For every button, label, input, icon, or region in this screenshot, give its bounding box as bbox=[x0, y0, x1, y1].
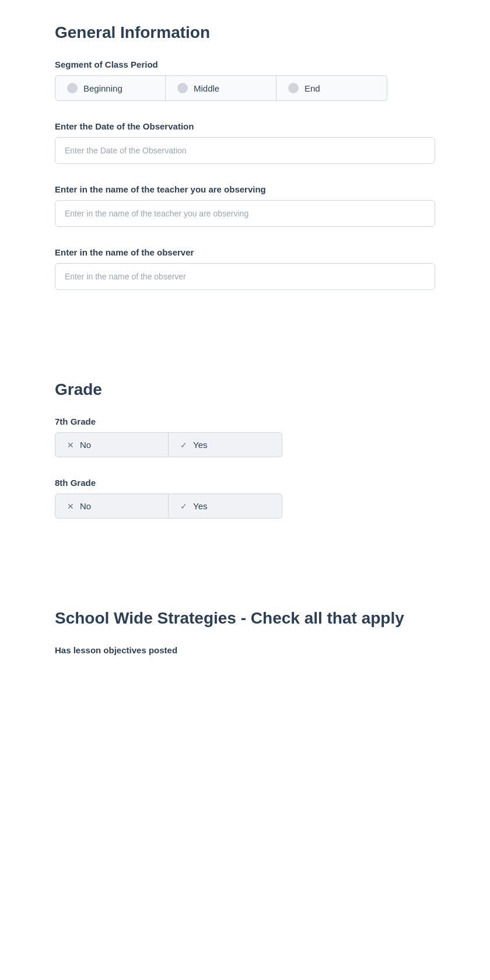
observer-label: Enter in the name of the observer bbox=[55, 247, 435, 257]
segment-radio-group: Beginning Middle End bbox=[55, 75, 435, 101]
general-info-title: General Information bbox=[55, 23, 435, 42]
lesson-objectives-label: Has lesson objectives posted bbox=[55, 645, 435, 655]
teacher-field-group: Enter in the name of the teacher you are… bbox=[55, 184, 435, 227]
grade-7th-yes-label: Yes bbox=[193, 440, 207, 450]
teacher-label: Enter in the name of the teacher you are… bbox=[55, 184, 435, 194]
yes-icon-7th: ✓ bbox=[180, 440, 187, 450]
grade-7th-yes[interactable]: ✓ Yes bbox=[169, 432, 282, 457]
grade-section: Grade 7th Grade ✕ No ✓ Yes 8th Grade ✕ bbox=[55, 380, 435, 519]
radio-circle-middle bbox=[177, 83, 188, 93]
radio-circle-beginning bbox=[67, 83, 78, 93]
segment-option-middle-label: Middle bbox=[194, 83, 219, 93]
grade-7th-label: 7th Grade bbox=[55, 416, 435, 426]
grade-7th-toggle: ✕ No ✓ Yes bbox=[55, 432, 282, 457]
grade-title: Grade bbox=[55, 380, 435, 399]
grade-7th-group: 7th Grade ✕ No ✓ Yes bbox=[55, 416, 435, 457]
school-strategies-section: School Wide Strategies - Check all that … bbox=[55, 609, 435, 655]
date-input[interactable] bbox=[55, 137, 435, 164]
teacher-input[interactable] bbox=[55, 200, 435, 227]
segment-option-end[interactable]: End bbox=[276, 75, 387, 101]
general-info-section: General Information Segment of Class Per… bbox=[55, 23, 435, 290]
grade-7th-no[interactable]: ✕ No bbox=[55, 432, 169, 457]
segment-field-group: Segment of Class Period Beginning Middle… bbox=[55, 60, 435, 101]
spacer-2 bbox=[55, 539, 435, 609]
radio-circle-end bbox=[288, 83, 299, 93]
segment-option-middle[interactable]: Middle bbox=[166, 75, 276, 101]
grade-8th-no[interactable]: ✕ No bbox=[55, 494, 169, 519]
spacer-1 bbox=[55, 310, 435, 380]
segment-option-end-label: End bbox=[304, 83, 320, 93]
no-icon-7th: ✕ bbox=[67, 440, 74, 450]
yes-icon-8th: ✓ bbox=[180, 502, 187, 511]
segment-option-beginning[interactable]: Beginning bbox=[55, 75, 166, 101]
grade-8th-group: 8th Grade ✕ No ✓ Yes bbox=[55, 478, 435, 519]
grade-7th-no-label: No bbox=[80, 440, 91, 450]
grade-8th-yes-label: Yes bbox=[193, 501, 207, 511]
date-field-group: Enter the Date of the Observation bbox=[55, 121, 435, 164]
date-label: Enter the Date of the Observation bbox=[55, 121, 435, 131]
no-icon-8th: ✕ bbox=[67, 502, 74, 511]
segment-label: Segment of Class Period bbox=[55, 60, 435, 69]
school-strategies-title: School Wide Strategies - Check all that … bbox=[55, 609, 435, 628]
grade-8th-no-label: No bbox=[80, 501, 91, 511]
page-container: General Information Segment of Class Per… bbox=[0, 0, 490, 699]
grade-8th-label: 8th Grade bbox=[55, 478, 435, 488]
observer-field-group: Enter in the name of the observer bbox=[55, 247, 435, 290]
observer-input[interactable] bbox=[55, 263, 435, 290]
segment-option-beginning-label: Beginning bbox=[83, 83, 123, 93]
grade-8th-yes[interactable]: ✓ Yes bbox=[169, 494, 282, 519]
lesson-objectives-group: Has lesson objectives posted bbox=[55, 645, 435, 655]
grade-8th-toggle: ✕ No ✓ Yes bbox=[55, 494, 282, 519]
